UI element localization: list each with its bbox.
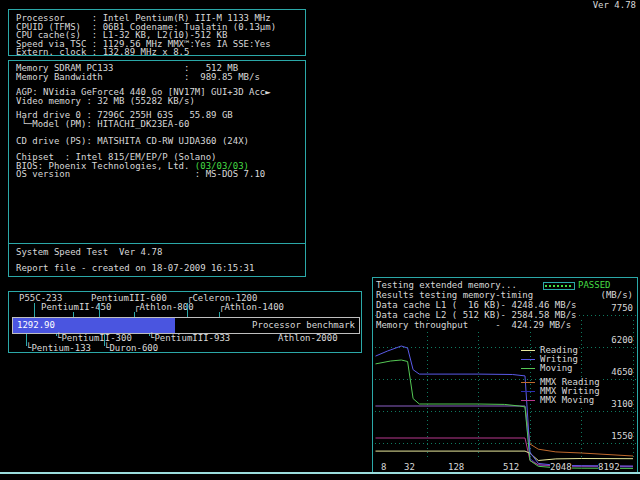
y-axis-tick-label: 4650 [611,368,633,377]
report-file: Report file - created on 18-07-2009 16:1… [16,264,254,273]
os-version: OS version : MS-DOS 7.10 [16,170,265,179]
cpu-reference-label: └PentiumIII-933 [149,334,230,343]
benchmark-bar: 1292.90 [13,318,175,333]
cd-drive-info: CD drive (PS): MATSHITA CD-RW UJDA360 (2… [16,137,249,146]
memtest-results-heading: Results testing memory-timing [376,291,533,300]
series-mmx-writing [376,406,634,467]
x-axis-tick-label: 2048 [550,463,572,472]
memtest-panel: Testing extended memory... Results testi… [372,277,638,472]
x-axis-tick-label: 512 [503,463,519,472]
legend-label: MMX Moving [540,396,594,405]
cpu-reference-label: └Duron-600 [104,344,158,353]
processor-info-lines: Processor : Intel Pentium(R) III-M 1133 … [16,14,276,57]
cpu-reference-label: └Pentium-133 [26,344,91,353]
y-axis-tick-label: 1550 [611,432,633,441]
bottom-divider [0,472,640,474]
legend-swatch [521,400,535,401]
benchmark-tick [187,303,188,317]
x-axis-tick-label: 128 [448,463,464,472]
memory-throughput-result: Memory throughput - 424.29 MB/s [376,321,571,330]
speedsys-screen: Ver 4.78 Processor : Intel Pentium(R) II… [0,0,640,480]
progress-bar [543,282,575,290]
hard-drive-info: Hard drive 0 : 7296C 255H 63S 55.89 GB └… [16,111,233,128]
benchmark-scale: 1292.90 Processor benchmark [12,317,360,334]
l1-cache-result: Data cache L1 ( 16 KB)- 4248.46 MB/s [376,301,576,310]
y-axis-tick-label: 3100 [611,400,633,409]
memtest-status-line: Testing extended memory... [376,281,517,290]
x-axis-tick-label: 8192 [598,463,620,472]
legend-label: Moving [540,364,573,373]
y-axis-units: (MB/s) [600,291,633,300]
empty-box [8,180,306,244]
benchmark-tick [26,334,27,346]
passed-badge: PASSED [578,281,611,290]
processor-info-box: Processor : Intel Pentium(R) III-M 1133 … [8,9,306,56]
cpu-reference-label: └PentiumII-300 [56,334,132,343]
benchmark-tick [134,312,135,317]
y-axis-tick-label: 6200 [611,336,633,345]
benchmark-tick [104,334,105,346]
app-title: System Speed Test Ver 4.78 [16,248,162,257]
cpu-reference-label: ┌Athlon-1400 [219,303,284,312]
benchmark-tick [56,334,57,336]
system-info-box: Memory SDRAM PC133 : 512 MBMemory Bandwi… [8,60,306,181]
benchmark-tick [73,312,74,317]
y-axis-tick-label: 7750 [611,304,633,313]
benchmark-title: Processor benchmark [252,321,355,330]
cpu-reference-label: PentiumII-450 [41,303,111,312]
legend-swatch [521,359,535,360]
cpu-reference-label: Athlon-2000 [278,334,338,343]
legend-swatch [521,350,535,351]
benchmark-tick [149,334,150,336]
legend-swatch [521,382,535,383]
legend-swatch [521,368,535,369]
report-box: System Speed Test Ver 4.78 Report file -… [8,243,306,277]
benchmark-tick [34,303,35,317]
benchmark-tick [99,303,100,317]
x-axis-tick-label: 32 [404,463,415,472]
benchmark-box: 1292.90 Processor benchmark P55C-233Pent… [8,291,362,353]
series-mmx-reading [376,406,634,456]
cpu-reference-label: ┌Athlon-800 [134,303,194,312]
agp-video-info: AGP: NVidia GeForce4 440 Go [NV17M] GUI+… [16,88,271,105]
series-reading [376,451,634,460]
x-axis-tick-label: 8 [381,463,386,472]
memory-info: Memory SDRAM PC133 : 512 MBMemory Bandwi… [16,64,260,81]
legend-swatch [521,391,535,392]
version-label: Ver 4.78 [593,1,636,10]
l2-cache-result: Data cache L2 ( 512 KB)- 2584.58 MB/s [376,311,576,320]
benchmark-score: 1292.90 [17,321,55,330]
benchmark-tick [219,312,220,317]
